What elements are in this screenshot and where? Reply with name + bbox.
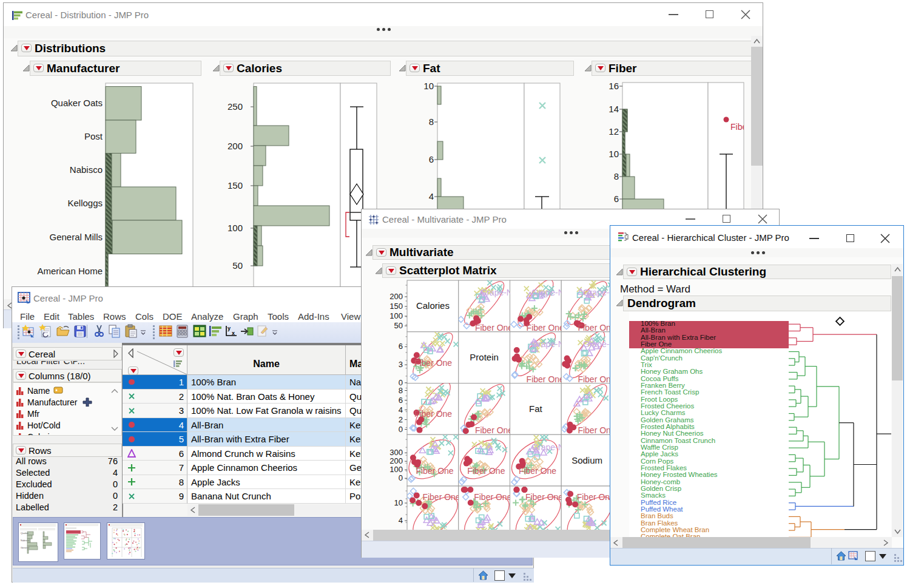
svg-text:Fiber One: Fiber One [527, 374, 564, 384]
svg-text:Fiber One: Fiber One [414, 409, 452, 419]
svg-text:General: General [21, 546, 29, 549]
svg-text:Quaker Oats: Quaker Oats [51, 98, 103, 108]
svg-text:Fiber One: Fiber One [475, 425, 513, 435]
svg-text:Post: Post [84, 131, 103, 141]
svg-text:Fiber One: Fiber One [414, 358, 452, 368]
svg-text:Protein: Protein [470, 352, 499, 362]
svg-text:250: 250 [228, 101, 243, 112]
svg-text:Fiber One: Fiber One [527, 323, 564, 333]
svg-text:150: 150 [228, 180, 243, 191]
svg-text:100: 100 [389, 465, 403, 474]
svg-text:General Mills: General Mills [49, 232, 103, 242]
svg-text:200: 200 [389, 292, 403, 301]
svg-text:4: 4 [429, 191, 434, 201]
svg-text:50: 50 [232, 260, 243, 271]
svg-text:2: 2 [399, 415, 403, 424]
svg-text:100: 100 [228, 223, 243, 233]
svg-text:Fiber One: Fiber One [422, 492, 460, 502]
svg-text:10: 10 [609, 149, 619, 159]
svg-text:American Home: American Home [37, 266, 103, 276]
svg-text:6: 6 [399, 342, 403, 351]
svg-text:Fiber One: Fiber One [467, 466, 505, 476]
svg-text:Nabisco: Nabisco [21, 539, 30, 542]
svg-text:Fiber One: Fiber One [577, 492, 615, 502]
svg-text:4: 4 [399, 516, 403, 525]
svg-text:Kelloggs: Kelloggs [67, 198, 103, 208]
svg-text:Nabisco: Nabisco [70, 164, 103, 175]
svg-text:Sodium: Sodium [572, 455, 602, 465]
svg-text:Fiber One: Fiber One [525, 492, 563, 502]
svg-text:Quaker: Quaker [21, 532, 29, 535]
svg-text:4: 4 [399, 405, 403, 414]
svg-text:6: 6 [614, 194, 619, 204]
svg-text:0: 0 [399, 425, 403, 434]
svg-text:6: 6 [429, 154, 434, 164]
svg-text:8: 8 [399, 386, 403, 395]
svg-text:100: 100 [389, 311, 403, 320]
svg-text:8: 8 [429, 117, 434, 127]
svg-text:Fiber One: Fiber One [519, 466, 556, 476]
svg-text:200: 200 [228, 141, 243, 151]
svg-text:y: y [228, 325, 231, 331]
svg-text:3: 3 [399, 360, 403, 369]
svg-text:8: 8 [614, 171, 619, 181]
svg-text:Calories: Calories [416, 300, 450, 311]
svg-text:16: 16 [609, 81, 619, 91]
svg-text:Fiber One: Fiber One [416, 466, 453, 476]
svg-text:14: 14 [609, 104, 619, 114]
svg-text:6: 6 [399, 396, 403, 405]
svg-text:Fiber One: Fiber One [474, 492, 511, 502]
svg-text:0: 0 [399, 473, 403, 482]
svg-text:300: 300 [389, 448, 403, 457]
svg-text:12: 12 [609, 126, 619, 137]
svg-text:10: 10 [394, 498, 403, 507]
svg-text:10: 10 [423, 81, 434, 91]
svg-text:200: 200 [389, 456, 403, 465]
svg-text:50: 50 [394, 321, 403, 330]
svg-text:150: 150 [389, 302, 403, 311]
svg-text:Fiber One: Fiber One [475, 323, 513, 333]
svg-text:Fat: Fat [529, 404, 543, 414]
svg-text:x: x [232, 330, 235, 336]
